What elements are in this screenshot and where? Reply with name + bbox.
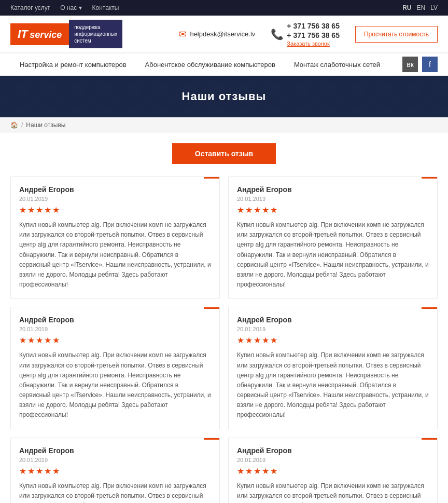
review-date: 20.01.2019 — [237, 196, 429, 202]
review-text: Купил новый компьютер alg. При включении… — [19, 350, 211, 420]
review-stars: ★★★★★ — [237, 466, 429, 476]
nav-contacts[interactable]: Контакты — [92, 4, 119, 11]
logo-area: IT service поддержкаинформационныхсистем — [10, 20, 122, 48]
nav-about[interactable]: О нас ▾ — [60, 4, 81, 11]
review-author: Андрей Егоров — [237, 185, 429, 194]
review-stars: ★★★★★ — [19, 466, 211, 476]
nav-service[interactable]: Абонентское обслуживание компьютеров — [136, 53, 285, 76]
hero-title: Наши отзывы — [182, 90, 267, 103]
review-stars: ★★★★★ — [19, 335, 211, 345]
nav-catalog[interactable]: Каталог услуг — [10, 4, 50, 11]
main-content: Оставить отзыв Андрей Егоров 20.01.2019 … — [0, 133, 448, 503]
vk-icon[interactable]: вк — [402, 57, 418, 72]
logo-box: IT service — [10, 23, 69, 45]
nav-repair[interactable]: Настройка и ремонт компьютеров — [10, 53, 136, 76]
phone2: + 371 756 38 65 — [287, 31, 340, 39]
logo-service: service — [30, 30, 62, 40]
lang-lv[interactable]: LV — [430, 4, 438, 11]
nav-social-icons: вк f — [402, 57, 438, 72]
phone-icon: 📞 — [271, 28, 284, 40]
review-card: Андрей Егоров 20.01.2019 ★★★★★ Купил нов… — [10, 307, 220, 429]
review-card: Андрей Егоров 20.01.2019 ★★★★★ Купил нов… — [228, 307, 438, 429]
callback-link[interactable]: Заказать звонок — [287, 40, 340, 47]
top-bar-nav: Каталог услуг О нас ▾ Контакты — [10, 4, 119, 11]
contact-email: ✉ helpdesk@itservice.lv — [179, 29, 255, 40]
breadcrumb-home[interactable]: 🏠 — [10, 121, 18, 129]
review-text: Купил новый компьютер alg. При включении… — [237, 220, 429, 290]
review-card: Андрей Егоров 20.01.2019 ★★★★★ Купил нов… — [228, 438, 438, 503]
email-icon: ✉ — [179, 29, 187, 40]
review-date: 20.01.2019 — [19, 326, 211, 332]
review-date: 20.01.2019 — [19, 457, 211, 463]
review-card: Андрей Егоров 20.01.2019 ★★★★★ Купил нов… — [10, 176, 220, 298]
main-nav: Настройка и ремонт компьютеров Абонентск… — [0, 53, 448, 76]
logo-subtitle: поддержкаинформационныхсистем — [69, 20, 122, 48]
review-author: Андрей Егоров — [19, 446, 211, 455]
facebook-icon[interactable]: f — [422, 57, 438, 72]
review-author: Андрей Егоров — [237, 316, 429, 324]
nav-items: Настройка и ремонт компьютеров Абонентск… — [10, 53, 402, 76]
header: IT service поддержкаинформационныхсистем… — [0, 16, 448, 53]
review-stars: ★★★★★ — [237, 205, 429, 215]
review-text: Купил новый компьютер alg. При включении… — [237, 481, 429, 503]
logo-it: IT — [18, 28, 28, 40]
header-contacts: ✉ helpdesk@itservice.lv 📞 + 371 756 38 6… — [179, 22, 438, 47]
review-date: 20.01.2019 — [237, 326, 429, 332]
phone1: + 371 756 38 65 — [287, 22, 340, 30]
top-bar: Каталог услуг О нас ▾ Контакты RU EN LV — [0, 0, 448, 16]
review-text: Купил новый компьютер alg. При включении… — [237, 350, 429, 420]
review-author: Андрей Егоров — [19, 185, 211, 194]
nav-networks[interactable]: Монтаж слаботочных сетей — [285, 53, 389, 76]
reviews-grid: Андрей Егоров 20.01.2019 ★★★★★ Купил нов… — [10, 176, 438, 503]
lang-switcher: RU EN LV — [402, 4, 438, 11]
lang-ru[interactable]: RU — [402, 4, 411, 11]
phone-section: 📞 + 371 756 38 65 + 371 756 38 65 Заказа… — [271, 22, 340, 47]
review-author: Андрей Егоров — [237, 446, 429, 455]
review-text: Купил новый компьютер alg. При включении… — [19, 481, 211, 503]
review-stars: ★★★★★ — [237, 335, 429, 345]
hero-section: Наши отзывы — [0, 76, 448, 117]
email-link[interactable]: helpdesk@itservice.lv — [190, 30, 255, 38]
contact-phones: + 371 756 38 65 + 371 756 38 65 Заказать… — [287, 22, 340, 47]
review-date: 20.01.2019 — [237, 457, 429, 463]
review-card: Андрей Егоров 20.01.2019 ★★★★★ Купил нов… — [228, 176, 438, 298]
review-date: 20.01.2019 — [19, 196, 211, 202]
review-stars: ★★★★★ — [19, 205, 211, 215]
lang-en[interactable]: EN — [417, 4, 426, 11]
price-button[interactable]: Просчитать стоимость — [355, 26, 438, 43]
breadcrumb-current: Наши отзывы — [26, 121, 65, 129]
breadcrumb-separator: / — [21, 121, 23, 129]
review-card: Андрей Егоров 20.01.2019 ★★★★★ Купил нов… — [10, 438, 220, 503]
review-author: Андрей Егоров — [19, 316, 211, 324]
review-text: Купил новый компьютер alg. При включении… — [19, 220, 211, 290]
breadcrumb: 🏠 / Наши отзывы — [0, 117, 448, 133]
leave-review-button-top[interactable]: Оставить отзыв — [172, 143, 276, 164]
